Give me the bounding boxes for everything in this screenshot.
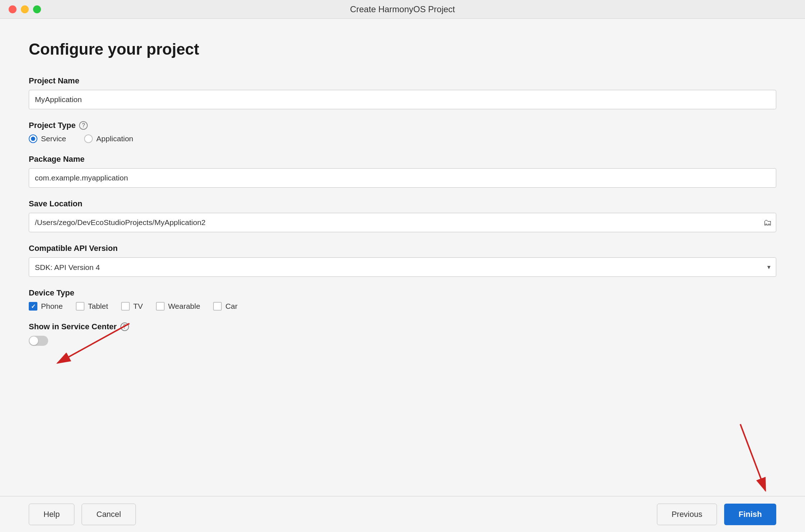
cancel-button[interactable]: Cancel — [82, 504, 135, 525]
package-name-section: Package Name — [29, 155, 776, 188]
help-button[interactable]: Help — [29, 504, 74, 525]
checkbox-phone-box — [29, 302, 37, 311]
checkbox-wearable-box — [156, 302, 165, 311]
checkbox-tv-label: TV — [133, 302, 143, 311]
checkbox-wearable-label: Wearable — [168, 302, 201, 311]
project-type-help-icon[interactable]: ? — [79, 121, 88, 130]
api-version-section: Compatible API Version SDK: API Version … — [29, 244, 776, 277]
save-location-section: Save Location 🗂 — [29, 199, 776, 232]
checkbox-tablet[interactable]: Tablet — [76, 302, 108, 311]
show-in-service-center-label: Show in Service Center ? — [29, 322, 776, 331]
title-bar: Create HarmonyOS Project — [0, 0, 805, 19]
checkbox-car[interactable]: Car — [213, 302, 238, 311]
browse-folder-button[interactable]: 🗂 — [763, 217, 772, 228]
page-title: Configure your project — [29, 40, 776, 58]
package-name-input[interactable] — [29, 168, 776, 188]
api-version-select-wrapper: SDK: API Version 4 ▾ — [29, 257, 776, 277]
service-center-toggle[interactable] — [29, 336, 48, 346]
previous-button[interactable]: Previous — [657, 504, 717, 525]
window-title: Create HarmonyOS Project — [350, 4, 455, 14]
minimize-button[interactable] — [21, 5, 29, 13]
show-in-service-center-help-icon[interactable]: ? — [120, 322, 129, 331]
checkbox-phone[interactable]: Phone — [29, 302, 63, 311]
checkbox-car-box — [213, 302, 222, 311]
footer-right-buttons: Previous Finish — [657, 504, 776, 525]
dialog-footer: Help Cancel Previous Finish — [0, 496, 805, 532]
window-controls — [9, 5, 41, 13]
checkbox-tablet-label: Tablet — [88, 302, 108, 311]
project-name-input[interactable] — [29, 90, 776, 109]
footer-left-buttons: Help Cancel — [29, 504, 136, 525]
radio-service[interactable]: Service — [29, 134, 66, 143]
project-type-section: Project Type ? Service Application — [29, 121, 776, 143]
package-name-label: Package Name — [29, 155, 776, 164]
dialog-content: Configure your project Project Name Proj… — [0, 19, 805, 532]
save-location-field-wrapper: 🗂 — [29, 213, 776, 232]
radio-application-label: Application — [96, 134, 133, 143]
show-in-service-center-section: Show in Service Center ? — [29, 322, 776, 346]
maximize-button[interactable] — [33, 5, 41, 13]
close-button[interactable] — [9, 5, 17, 13]
radio-application-circle — [84, 134, 93, 143]
checkbox-tv-box — [121, 302, 130, 311]
save-location-input[interactable] — [29, 213, 776, 232]
radio-application[interactable]: Application — [84, 134, 133, 143]
device-type-section: Device Type Phone Tablet TV Wearable Car — [29, 288, 776, 311]
radio-service-circle — [29, 134, 37, 143]
checkbox-car-label: Car — [225, 302, 238, 311]
project-type-radio-group: Service Application — [29, 134, 776, 143]
save-location-label: Save Location — [29, 199, 776, 208]
device-type-label: Device Type — [29, 288, 776, 298]
api-version-select[interactable]: SDK: API Version 4 — [29, 257, 776, 277]
finish-button[interactable]: Finish — [724, 504, 776, 525]
project-name-section: Project Name — [29, 76, 776, 109]
toggle-wrapper — [29, 336, 776, 346]
checkbox-phone-label: Phone — [41, 302, 63, 311]
radio-service-label: Service — [41, 134, 66, 143]
device-type-checkbox-group: Phone Tablet TV Wearable Car — [29, 302, 776, 311]
project-type-label: Project Type ? — [29, 121, 776, 130]
api-version-label: Compatible API Version — [29, 244, 776, 253]
checkbox-tablet-box — [76, 302, 84, 311]
checkbox-tv[interactable]: TV — [121, 302, 143, 311]
checkbox-wearable[interactable]: Wearable — [156, 302, 201, 311]
project-name-label: Project Name — [29, 76, 776, 86]
